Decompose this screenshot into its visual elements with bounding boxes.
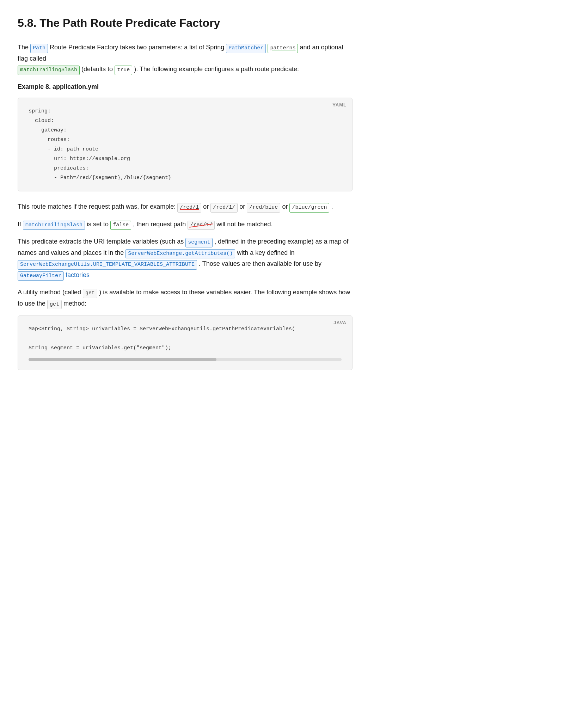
pred-text3: with a key defined in [237,249,294,256]
intro-text-after-true: ). The following example configures a pa… [134,66,299,73]
if-matchtrailing-badge: matchTrailingSlash [23,221,85,230]
yaml-code-block: YAML spring: cloud: gateway: routes: - i… [18,98,353,191]
if-is-set: is set to [87,221,109,228]
if-red1slash-badge: /red/1/ [188,221,215,230]
util-text1: A utility method (called [18,289,81,296]
if-will-not: will not be matched. [216,221,272,228]
java-language-label: JAVA [333,319,347,327]
pred-server-web-badge: ServerWebExchange.getAttributes() [125,249,235,259]
badge-red1: /red/1 [177,203,201,213]
badge-red-blue: /red/blue [247,203,280,213]
pathmatcher-badge: PathMatcher [226,44,266,53]
route-text-before: This route matches if the request path w… [18,203,176,210]
pred-text1: This predicate extracts the URI template… [18,238,184,245]
pred-gateway-filter-badge: GatewayFilter [18,271,64,281]
page-title: 5.8. The Path Route Predicate Factory [18,14,353,32]
if-match-paragraph: If matchTrailingSlash is set to false , … [18,219,353,230]
route-matches-paragraph: This route matches if the request path w… [18,201,353,213]
java-code-content: Map<String, String> uriVariables = Serve… [29,324,342,353]
if-text: If [18,221,21,228]
util-text3: method: [63,300,86,307]
intro-text-factory: Route Predicate Factory takes two parame… [50,44,224,51]
pred-text4: . Those values are then available for us… [199,260,321,267]
util-get2-badge: get [47,300,62,309]
java-code-block: JAVA Map<String, String> uriVariables = … [18,315,353,370]
badge-red1slash: /red/1/ [210,203,238,213]
route-period: . [331,203,333,210]
patterns-badge: patterns [268,44,298,53]
yaml-code-content: spring: cloud: gateway: routes: - id: pa… [29,106,342,183]
path-badge: Path [30,44,48,53]
pred-segment-badge: segment [185,238,213,247]
if-false-badge: false [110,221,131,230]
util-get1-badge: get [83,289,97,298]
intro-paragraph: The Path Route Predicate Factory takes t… [18,42,353,75]
yaml-language-label: YAML [332,102,347,109]
if-then: , then request path [133,221,186,228]
example-label: Example 8. application.yml [18,81,353,92]
intro-text-before-path: The [18,44,29,51]
badge-blue-green: /blue/green [289,203,329,213]
java-code-scrollbar-thumb [29,358,216,361]
java-code-scrollbar[interactable] [29,358,342,361]
pred-factories-link[interactable]: factories [66,271,90,278]
pred-server-utils-badge: ServerWebExchangeUtils.URI_TEMPLATE_VARI… [18,260,197,270]
intro-text-defaults: (defaults to [81,66,113,73]
utility-method-paragraph: A utility method (called get ) is availa… [18,287,353,309]
predicate-extracts-paragraph: This predicate extracts the URI template… [18,236,353,281]
true-badge: true [115,66,132,75]
matchtrailingslash-badge: matchTrailingSlash [18,66,80,75]
